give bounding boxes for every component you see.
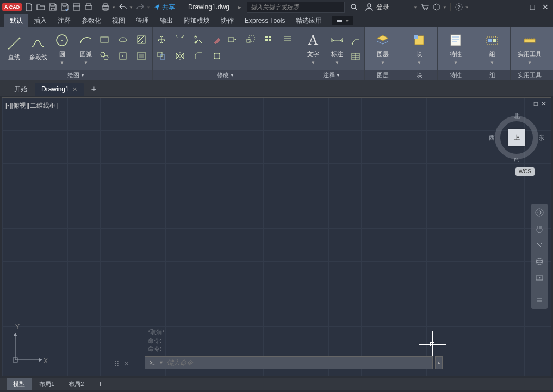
close-button[interactable]: ✕ — [540, 2, 551, 13]
command-line[interactable]: ▼ — [145, 356, 433, 369]
new-tab-button[interactable]: + — [85, 83, 103, 96]
offset-icon[interactable] — [282, 34, 293, 45]
nav-orbit-icon[interactable] — [534, 256, 545, 267]
rotate-icon[interactable] — [175, 34, 185, 45]
text-button[interactable]: A文字▼ — [302, 30, 324, 68]
tab-annotate[interactable]: 注释 — [52, 14, 76, 28]
cart-icon[interactable] — [420, 2, 430, 12]
nav-showmotion-icon[interactable] — [534, 272, 545, 283]
trim-icon[interactable] — [193, 34, 204, 45]
tab-addons[interactable]: 附加模块 — [178, 14, 215, 28]
hatch-icon[interactable] — [136, 34, 147, 45]
tab-insert[interactable]: 插入 — [28, 14, 52, 28]
dropdown-icon[interactable]: ▼ — [129, 5, 133, 10]
add-layout-button[interactable]: + — [91, 378, 109, 390]
nav-more-icon[interactable] — [534, 295, 545, 306]
tab-output[interactable]: 输出 — [154, 14, 178, 28]
tab-manage[interactable]: 管理 — [131, 14, 154, 28]
dropdown-icon[interactable]: ▼ — [159, 360, 164, 365]
tab-model[interactable]: 模型 — [7, 378, 32, 390]
ucs-icon[interactable]: Y X — [10, 327, 48, 367]
circle-button[interactable]: 圆▼ — [51, 30, 73, 68]
block-button[interactable]: 块▼ — [405, 30, 434, 68]
move-icon[interactable] — [156, 34, 167, 45]
viewcube-east[interactable]: 东 — [538, 134, 544, 142]
tab-start[interactable]: 开始 — [8, 83, 34, 96]
tab-express[interactable]: Express Tools — [239, 15, 290, 27]
app-icon[interactable] — [432, 2, 442, 12]
region-icon[interactable] — [136, 51, 147, 61]
dropdown-icon[interactable]: ▼ — [443, 5, 447, 10]
dropdown-icon[interactable]: ▼ — [111, 5, 116, 10]
tab-more[interactable]: ▼ — [332, 16, 353, 25]
open-icon[interactable] — [36, 2, 46, 12]
tab-featured[interactable]: 精选应用 — [290, 14, 327, 28]
maximize-button[interactable]: □ — [527, 2, 538, 13]
group-button[interactable]: 组▼ — [477, 30, 507, 68]
scale-icon[interactable] — [245, 34, 256, 45]
print-icon[interactable] — [101, 2, 110, 12]
undo-icon[interactable] — [118, 2, 128, 12]
search-input[interactable]: 键入关键字或短语 — [247, 2, 345, 13]
properties-button[interactable]: 特性▼ — [441, 30, 470, 68]
nav-pan-icon[interactable] — [534, 223, 545, 234]
command-expand-button[interactable]: ▲ — [435, 356, 443, 369]
command-handle[interactable]: ⠿✕ — [114, 360, 130, 368]
erase-icon[interactable] — [212, 34, 222, 45]
save-icon[interactable] — [48, 2, 58, 12]
dropdown-icon[interactable]: ▼ — [465, 5, 469, 10]
tab-view[interactable]: 视图 — [107, 14, 131, 28]
polyline-button[interactable]: 多段线 — [27, 30, 49, 68]
explode-icon[interactable] — [212, 51, 222, 61]
array-icon[interactable] — [264, 34, 275, 45]
ellipse-icon[interactable] — [117, 34, 128, 45]
vp-minimize-button[interactable]: – — [527, 100, 531, 108]
tab-layout1[interactable]: 布局1 — [33, 378, 61, 390]
vp-maximize-button[interactable]: □ — [534, 100, 538, 108]
help-icon[interactable]: ? — [454, 2, 464, 12]
redo-icon[interactable] — [135, 2, 145, 12]
login-label[interactable]: 登录 — [376, 3, 389, 12]
vp-close-button[interactable]: ✕ — [541, 100, 546, 108]
tab-collab[interactable]: 协作 — [215, 14, 239, 28]
tab-default[interactable]: 默认 — [4, 14, 28, 28]
layer-button[interactable]: 图层▼ — [368, 30, 397, 68]
dropdown-icon[interactable]: ▼ — [146, 5, 151, 10]
table-icon[interactable] — [350, 51, 361, 62]
rect-icon[interactable] — [99, 34, 110, 45]
stretch-icon[interactable] — [227, 34, 238, 45]
dropdown-icon[interactable]: ▼ — [413, 5, 418, 10]
tab-layout2[interactable]: 布局2 — [62, 378, 90, 390]
view-cube[interactable]: 上 北 南 东 西 — [492, 113, 541, 162]
leader-icon[interactable] — [350, 36, 361, 47]
nav-zoom-icon[interactable] — [534, 240, 545, 251]
nav-wheel-icon[interactable] — [534, 207, 545, 218]
close-tab-icon[interactable]: ✕ — [72, 86, 77, 93]
new-icon[interactable] — [24, 2, 34, 12]
user-icon[interactable] — [364, 2, 374, 12]
command-input[interactable] — [167, 359, 429, 366]
tab-parametric[interactable]: 参数化 — [76, 14, 107, 28]
drawing-canvas[interactable]: [-][俯视][二维线框] – □ ✕ 上 北 南 东 西 WCS Y X * — [2, 97, 551, 376]
share-button[interactable]: 共享 — [153, 3, 175, 12]
wcs-badge[interactable]: WCS — [515, 167, 535, 176]
viewcube-north[interactable]: 北 — [514, 112, 520, 120]
web-icon[interactable] — [72, 2, 82, 12]
minimize-button[interactable]: – — [514, 2, 525, 13]
dimension-button[interactable]: 标注▼ — [326, 30, 348, 68]
saveas-icon[interactable] — [60, 2, 70, 12]
copy-icon[interactable] — [156, 51, 167, 61]
viewport-label[interactable]: [-][俯视][二维线框] — [5, 101, 58, 110]
viewcube-top[interactable]: 上 — [508, 129, 525, 146]
mirror-icon[interactable] — [175, 51, 185, 61]
arc-button[interactable]: 圆弧▼ — [75, 30, 97, 68]
utilities-button[interactable]: 实用工具▼ — [514, 30, 545, 68]
viewcube-west[interactable]: 西 — [489, 134, 495, 142]
spline-icon[interactable] — [99, 51, 110, 61]
plot-icon[interactable] — [84, 2, 94, 12]
point-icon[interactable] — [117, 51, 128, 61]
line-button[interactable]: 直线 — [3, 30, 25, 68]
search-icon[interactable] — [349, 2, 359, 12]
tab-drawing1[interactable]: Drawing1✕ — [35, 83, 84, 96]
fillet-icon[interactable] — [193, 51, 204, 61]
